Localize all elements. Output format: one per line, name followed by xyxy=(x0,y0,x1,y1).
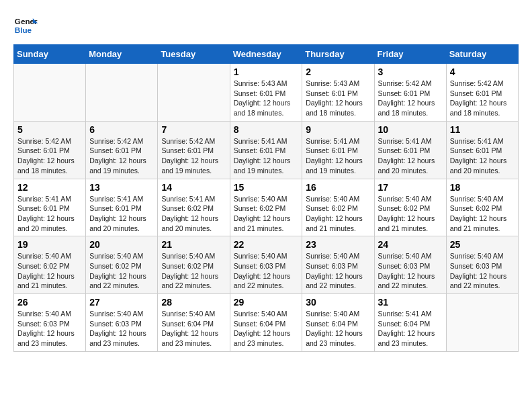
day-number: 9 xyxy=(306,124,370,135)
day-number: 29 xyxy=(234,297,299,308)
calendar-cell: 31Sunrise: 5:41 AM Sunset: 6:04 PM Dayli… xyxy=(374,294,446,352)
day-header-friday: Friday xyxy=(374,45,446,64)
day-info: Sunrise: 5:42 AM Sunset: 6:01 PM Dayligh… xyxy=(378,79,443,118)
day-number: 12 xyxy=(17,182,82,193)
calendar-cell: 1Sunrise: 5:43 AM Sunset: 6:01 PM Daylig… xyxy=(230,64,302,122)
calendar-cell: 9Sunrise: 5:41 AM Sunset: 6:01 PM Daylig… xyxy=(302,121,374,179)
day-info: Sunrise: 5:42 AM Sunset: 6:01 PM Dayligh… xyxy=(161,136,226,176)
day-info: Sunrise: 5:41 AM Sunset: 6:04 PM Dayligh… xyxy=(378,309,443,349)
day-header-thursday: Thursday xyxy=(302,45,374,64)
day-info: Sunrise: 5:41 AM Sunset: 6:01 PM Dayligh… xyxy=(89,194,154,234)
day-number: 10 xyxy=(378,124,443,135)
day-number: 26 xyxy=(17,297,82,308)
day-info: Sunrise: 5:42 AM Sunset: 6:01 PM Dayligh… xyxy=(450,79,515,118)
day-number: 19 xyxy=(17,239,82,250)
header-row: SundayMondayTuesdayWednesdayThursdayFrid… xyxy=(14,45,519,64)
day-number: 14 xyxy=(161,182,226,193)
day-number: 1 xyxy=(234,66,299,77)
calendar-cell: 28Sunrise: 5:40 AM Sunset: 6:04 PM Dayli… xyxy=(158,294,230,352)
calendar-cell: 8Sunrise: 5:41 AM Sunset: 6:01 PM Daylig… xyxy=(230,121,302,179)
calendar-cell: 5Sunrise: 5:42 AM Sunset: 6:01 PM Daylig… xyxy=(14,121,86,179)
calendar-cell xyxy=(446,294,518,352)
day-info: Sunrise: 5:40 AM Sunset: 6:04 PM Dayligh… xyxy=(234,309,299,349)
day-info: Sunrise: 5:41 AM Sunset: 6:01 PM Dayligh… xyxy=(306,136,370,176)
day-number: 13 xyxy=(89,182,154,193)
day-number: 28 xyxy=(161,297,226,308)
day-number: 15 xyxy=(234,182,299,193)
calendar-cell: 21Sunrise: 5:40 AM Sunset: 6:02 PM Dayli… xyxy=(158,236,230,294)
day-number: 25 xyxy=(450,239,515,250)
calendar-cell: 6Sunrise: 5:42 AM Sunset: 6:01 PM Daylig… xyxy=(86,121,158,179)
day-info: Sunrise: 5:40 AM Sunset: 6:03 PM Dayligh… xyxy=(17,309,82,349)
day-info: Sunrise: 5:41 AM Sunset: 6:01 PM Dayligh… xyxy=(450,136,515,176)
calendar-cell xyxy=(158,64,230,122)
day-number: 3 xyxy=(378,66,443,77)
calendar-cell: 14Sunrise: 5:41 AM Sunset: 6:02 PM Dayli… xyxy=(158,179,230,236)
calendar-cell: 22Sunrise: 5:40 AM Sunset: 6:03 PM Dayli… xyxy=(230,236,302,294)
calendar-cell: 20Sunrise: 5:40 AM Sunset: 6:02 PM Dayli… xyxy=(86,236,158,294)
day-number: 21 xyxy=(161,239,226,250)
day-info: Sunrise: 5:41 AM Sunset: 6:02 PM Dayligh… xyxy=(161,194,226,234)
day-number: 18 xyxy=(450,182,515,193)
day-header-monday: Monday xyxy=(86,45,158,64)
calendar-cell: 12Sunrise: 5:41 AM Sunset: 6:01 PM Dayli… xyxy=(14,179,86,236)
calendar-cell: 18Sunrise: 5:40 AM Sunset: 6:02 PM Dayli… xyxy=(446,179,518,236)
calendar-cell: 13Sunrise: 5:41 AM Sunset: 6:01 PM Dayli… xyxy=(86,179,158,236)
day-info: Sunrise: 5:40 AM Sunset: 6:02 PM Dayligh… xyxy=(378,194,443,234)
day-info: Sunrise: 5:40 AM Sunset: 6:02 PM Dayligh… xyxy=(306,194,370,234)
calendar-cell: 3Sunrise: 5:42 AM Sunset: 6:01 PM Daylig… xyxy=(374,64,446,122)
day-info: Sunrise: 5:43 AM Sunset: 6:01 PM Dayligh… xyxy=(234,79,299,118)
day-header-tuesday: Tuesday xyxy=(158,45,230,64)
header: General Blue xyxy=(13,13,519,38)
calendar-cell: 19Sunrise: 5:40 AM Sunset: 6:02 PM Dayli… xyxy=(14,236,86,294)
calendar-cell: 24Sunrise: 5:40 AM Sunset: 6:03 PM Dayli… xyxy=(374,236,446,294)
calendar-cell: 16Sunrise: 5:40 AM Sunset: 6:02 PM Dayli… xyxy=(302,179,374,236)
day-number: 16 xyxy=(306,182,370,193)
week-row-1: 1Sunrise: 5:43 AM Sunset: 6:01 PM Daylig… xyxy=(14,64,519,122)
day-info: Sunrise: 5:40 AM Sunset: 6:02 PM Dayligh… xyxy=(161,251,226,291)
day-number: 24 xyxy=(378,239,443,250)
logo: General Blue xyxy=(13,13,40,38)
calendar-cell: 10Sunrise: 5:41 AM Sunset: 6:01 PM Dayli… xyxy=(374,121,446,179)
day-info: Sunrise: 5:41 AM Sunset: 6:01 PM Dayligh… xyxy=(17,194,82,234)
day-info: Sunrise: 5:40 AM Sunset: 6:03 PM Dayligh… xyxy=(234,251,299,291)
day-info: Sunrise: 5:40 AM Sunset: 6:02 PM Dayligh… xyxy=(17,251,82,291)
svg-text:Blue: Blue xyxy=(15,26,32,34)
day-number: 22 xyxy=(234,239,299,250)
day-number: 2 xyxy=(306,66,370,77)
week-row-3: 12Sunrise: 5:41 AM Sunset: 6:01 PM Dayli… xyxy=(14,179,519,236)
day-info: Sunrise: 5:42 AM Sunset: 6:01 PM Dayligh… xyxy=(89,136,154,176)
calendar-cell: 29Sunrise: 5:40 AM Sunset: 6:04 PM Dayli… xyxy=(230,294,302,352)
logo-icon: General Blue xyxy=(13,13,38,38)
day-info: Sunrise: 5:40 AM Sunset: 6:02 PM Dayligh… xyxy=(450,194,515,234)
calendar-cell: 15Sunrise: 5:40 AM Sunset: 6:02 PM Dayli… xyxy=(230,179,302,236)
day-info: Sunrise: 5:42 AM Sunset: 6:01 PM Dayligh… xyxy=(17,136,82,176)
day-number: 8 xyxy=(234,124,299,135)
day-number: 31 xyxy=(378,297,443,308)
day-info: Sunrise: 5:41 AM Sunset: 6:01 PM Dayligh… xyxy=(378,136,443,176)
day-number: 17 xyxy=(378,182,443,193)
day-info: Sunrise: 5:40 AM Sunset: 6:04 PM Dayligh… xyxy=(306,309,370,349)
day-number: 20 xyxy=(89,239,154,250)
calendar-cell: 7Sunrise: 5:42 AM Sunset: 6:01 PM Daylig… xyxy=(158,121,230,179)
day-number: 5 xyxy=(17,124,82,135)
week-row-5: 26Sunrise: 5:40 AM Sunset: 6:03 PM Dayli… xyxy=(14,294,519,352)
day-number: 30 xyxy=(306,297,370,308)
day-info: Sunrise: 5:40 AM Sunset: 6:03 PM Dayligh… xyxy=(450,251,515,291)
day-info: Sunrise: 5:40 AM Sunset: 6:02 PM Dayligh… xyxy=(234,194,299,234)
day-number: 11 xyxy=(450,124,515,135)
calendar-cell: 4Sunrise: 5:42 AM Sunset: 6:01 PM Daylig… xyxy=(446,64,518,122)
calendar-cell: 30Sunrise: 5:40 AM Sunset: 6:04 PM Dayli… xyxy=(302,294,374,352)
day-info: Sunrise: 5:40 AM Sunset: 6:03 PM Dayligh… xyxy=(306,251,370,291)
calendar-cell: 23Sunrise: 5:40 AM Sunset: 6:03 PM Dayli… xyxy=(302,236,374,294)
day-number: 6 xyxy=(89,124,154,135)
calendar-cell: 2Sunrise: 5:43 AM Sunset: 6:01 PM Daylig… xyxy=(302,64,374,122)
calendar-cell xyxy=(14,64,86,122)
week-row-2: 5Sunrise: 5:42 AM Sunset: 6:01 PM Daylig… xyxy=(14,121,519,179)
calendar-cell: 27Sunrise: 5:40 AM Sunset: 6:03 PM Dayli… xyxy=(86,294,158,352)
calendar-cell: 11Sunrise: 5:41 AM Sunset: 6:01 PM Dayli… xyxy=(446,121,518,179)
calendar-cell: 25Sunrise: 5:40 AM Sunset: 6:03 PM Dayli… xyxy=(446,236,518,294)
calendar-cell: 26Sunrise: 5:40 AM Sunset: 6:03 PM Dayli… xyxy=(14,294,86,352)
day-info: Sunrise: 5:40 AM Sunset: 6:03 PM Dayligh… xyxy=(89,309,154,349)
day-header-saturday: Saturday xyxy=(446,45,518,64)
